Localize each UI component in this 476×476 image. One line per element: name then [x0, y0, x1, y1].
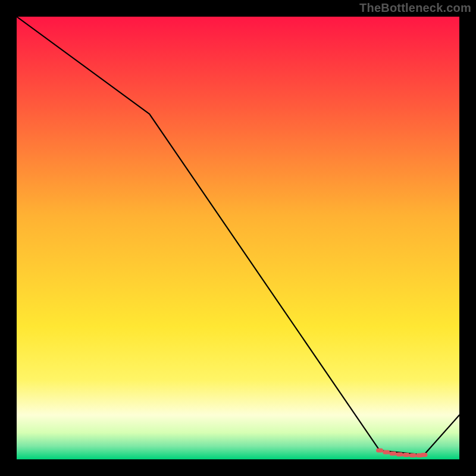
marker-dot	[376, 449, 383, 453]
marker-dot	[389, 452, 396, 456]
chart-plot-area	[17, 17, 459, 459]
chart-frame: TheBottleneck.com	[0, 0, 476, 476]
marker-dot	[403, 453, 410, 457]
marker-dot	[383, 450, 390, 455]
chart-background	[17, 17, 459, 459]
chart-svg	[17, 17, 459, 459]
marker-dot	[409, 453, 416, 458]
attribution-label: TheBottleneck.com	[359, 1, 471, 15]
marker-dot	[420, 453, 427, 457]
marker-dot	[396, 452, 403, 456]
